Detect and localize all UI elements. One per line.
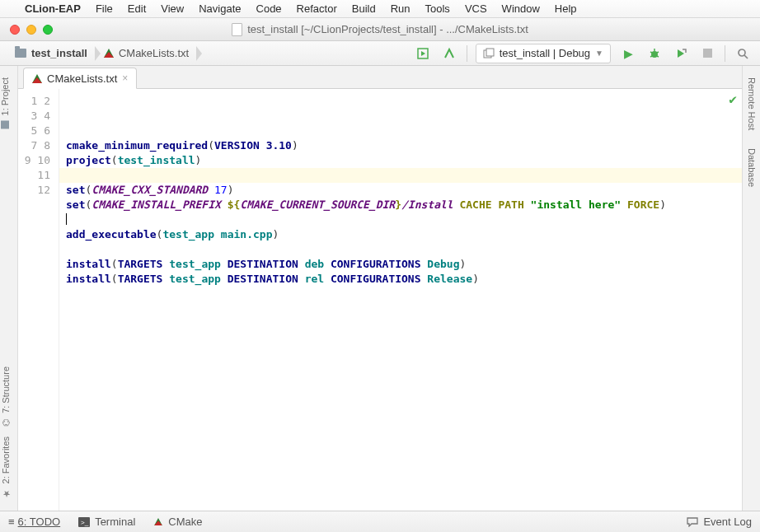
gutter-line-numbers: 1 2 3 4 5 6 7 8 9 10 11 12	[18, 89, 59, 511]
status-event-log-label: Event Log	[703, 516, 752, 528]
run-configuration-select[interactable]: test_install | Debug ▼	[476, 44, 611, 63]
code-content[interactable]: ✔ cmake_minimum_required(VERSION 3.10) p…	[59, 89, 742, 511]
window-title: test_install [~/CLionProjects/test_insta…	[0, 23, 760, 36]
svg-point-11	[739, 49, 745, 56]
status-todo-label: 6: TODO	[18, 516, 61, 528]
status-event-log[interactable]: Event Log	[687, 516, 752, 528]
terminal-icon: >_	[78, 517, 90, 527]
window-titlebar: test_install [~/CLionProjects/test_insta…	[0, 18, 760, 41]
menu-build[interactable]: Build	[352, 2, 376, 15]
svg-line-9	[657, 56, 659, 57]
debug-button[interactable]	[645, 44, 664, 63]
tool-window-database[interactable]: Database	[747, 143, 757, 192]
status-cmake[interactable]: CMake	[153, 516, 202, 528]
tool-window-favorites-label: 2: Favorites	[1, 436, 11, 483]
close-tab-icon[interactable]: ×	[122, 72, 128, 84]
tool-window-remote-host[interactable]: Remote Host	[747, 72, 757, 135]
macos-menubar: CLion-EAP File Edit View Navigate Code R…	[0, 0, 760, 18]
breadcrumb-project[interactable]: test_install	[7, 41, 96, 66]
tool-window-project[interactable]: 1: Project	[0, 72, 10, 133]
breadcrumb-file[interactable]: CMakeLists.txt	[96, 41, 197, 66]
svg-marker-1	[421, 51, 425, 56]
editor-tab-label: CMakeLists.txt	[47, 72, 117, 85]
tool-window-structure[interactable]: ⌬7: Structure	[0, 362, 11, 432]
breadcrumb-project-label: test_install	[31, 47, 87, 59]
status-todo[interactable]: ≡6: TODO	[8, 516, 60, 528]
run-config-icon	[483, 48, 495, 59]
menu-navigate[interactable]: Navigate	[199, 2, 241, 15]
menu-view[interactable]: View	[161, 2, 184, 15]
run-configuration-label: test_install | Debug	[500, 47, 590, 59]
document-icon	[232, 23, 242, 36]
tool-window-structure-label: 7: Structure	[1, 366, 11, 413]
menu-tools[interactable]: Tools	[425, 2, 450, 15]
menu-run[interactable]: Run	[391, 2, 410, 15]
cmake-icon	[104, 49, 114, 58]
svg-rect-3	[486, 49, 494, 56]
window-title-text: test_install [~/CLionProjects/test_insta…	[247, 23, 528, 35]
star-icon: ★	[0, 488, 11, 499]
menu-refactor[interactable]: Refactor	[297, 2, 337, 15]
status-cmake-label: CMake	[168, 516, 202, 528]
right-tool-window-bar: Remote Host Database	[742, 66, 760, 511]
svg-marker-10	[678, 49, 684, 58]
menu-help[interactable]: Help	[555, 2, 577, 15]
inspection-ok-icon: ✔	[729, 92, 737, 107]
cmake-icon	[154, 518, 162, 525]
svg-line-12	[744, 55, 748, 58]
run-button[interactable]: ▶	[619, 44, 637, 63]
svg-line-7	[657, 52, 659, 53]
navigation-bar: test_install CMakeLists.txt test_install…	[0, 41, 760, 66]
code-editor[interactable]: 1 2 3 4 5 6 7 8 9 10 11 12 ✔ cmake_minim…	[18, 89, 742, 511]
status-terminal[interactable]: >_ Terminal	[78, 516, 135, 528]
menu-vcs[interactable]: VCS	[465, 2, 487, 15]
speech-bubble-icon	[687, 517, 698, 527]
build-button[interactable]	[440, 44, 458, 63]
menu-file[interactable]: File	[96, 2, 113, 15]
status-terminal-label: Terminal	[95, 516, 135, 528]
menu-edit[interactable]: Edit	[128, 2, 146, 15]
folder-icon	[15, 49, 26, 58]
list-icon: ≡	[8, 516, 13, 528]
tool-window-database-label: Database	[747, 148, 757, 187]
menu-window[interactable]: Window	[502, 2, 540, 15]
tool-window-project-label: 1: Project	[0, 77, 10, 115]
dropdown-icon: ▼	[595, 49, 603, 58]
svg-point-4	[651, 51, 658, 58]
app-menu[interactable]: CLion-EAP	[25, 2, 81, 15]
search-everywhere-button[interactable]	[734, 44, 752, 63]
stop-button[interactable]	[698, 44, 716, 63]
breadcrumbs: test_install CMakeLists.txt	[0, 41, 414, 66]
svg-text:>_: >_	[81, 519, 89, 526]
tool-window-remote-host-label: Remote Host	[747, 77, 757, 130]
editor-tabs: CMakeLists.txt ×	[18, 66, 742, 89]
cmake-icon	[32, 74, 42, 83]
main-area: 1: Project ⌬7: Structure ★2: Favorites C…	[0, 66, 760, 511]
svg-line-6	[650, 52, 652, 53]
editor-area: CMakeLists.txt × 1 2 3 4 5 6 7 8 9 10 11…	[18, 66, 742, 511]
run-with-coverage-button[interactable]	[672, 44, 690, 63]
status-bar: ≡6: TODO >_ Terminal CMake Event Log	[0, 511, 760, 532]
tool-window-favorites[interactable]: ★2: Favorites	[0, 432, 11, 504]
left-tool-window-bar: 1: Project ⌬7: Structure ★2: Favorites	[0, 66, 18, 511]
run-toolbar: test_install | Debug ▼ ▶	[414, 44, 760, 63]
breadcrumb-file-label: CMakeLists.txt	[119, 47, 189, 59]
project-icon	[1, 120, 9, 128]
editor-tab-active[interactable]: CMakeLists.txt ×	[23, 68, 137, 89]
svg-line-8	[650, 56, 652, 57]
run-anything-button[interactable]	[414, 44, 432, 63]
structure-icon: ⌬	[0, 418, 11, 427]
menu-code[interactable]: Code	[256, 2, 282, 15]
